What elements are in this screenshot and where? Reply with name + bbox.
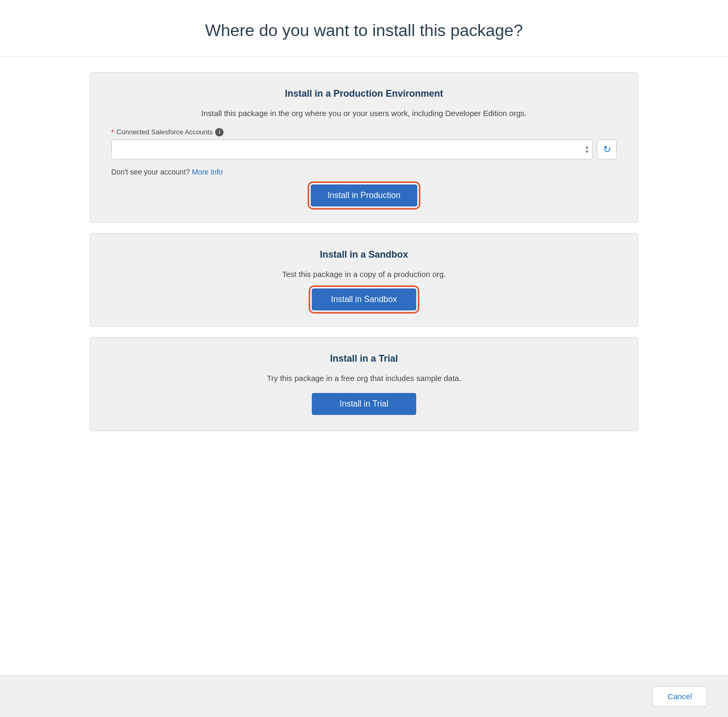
production-card: Install in a Production Environment Inst… bbox=[90, 72, 638, 223]
footer-bar: Cancel bbox=[0, 675, 728, 717]
info-icon[interactable]: i bbox=[215, 128, 224, 136]
more-info-link[interactable]: More Info bbox=[192, 168, 222, 176]
trial-card: Install in a Trial Try this package in a… bbox=[90, 337, 638, 431]
trial-card-description: Try this package in a free org that incl… bbox=[267, 373, 461, 385]
page-wrapper: Where do you want to install this packag… bbox=[0, 0, 728, 717]
select-arrows-icon: ▲ ▼ bbox=[585, 145, 589, 154]
sandbox-card-description: Test this package in a copy of a product… bbox=[282, 269, 446, 281]
page-title: Where do you want to install this packag… bbox=[0, 0, 728, 56]
refresh-icon: ↻ bbox=[603, 144, 611, 155]
accounts-select[interactable]: ▲ ▼ bbox=[111, 140, 593, 159]
install-sandbox-button[interactable]: Install in Sandbox bbox=[312, 288, 416, 310]
sandbox-card-title: Install in a Sandbox bbox=[320, 249, 408, 260]
production-card-description: Install this package in the org where yo… bbox=[202, 108, 527, 120]
production-card-title: Install in a Production Environment bbox=[285, 88, 443, 99]
trial-card-title: Install in a Trial bbox=[330, 353, 398, 364]
select-row: ▲ ▼ ↻ bbox=[111, 140, 617, 159]
install-trial-button[interactable]: Install in Trial bbox=[312, 393, 416, 415]
refresh-button[interactable]: ↻ bbox=[597, 140, 617, 159]
dont-see-text: Don't see your account? More Info bbox=[111, 168, 223, 176]
sandbox-card: Install in a Sandbox Test this package i… bbox=[90, 233, 638, 327]
cancel-button[interactable]: Cancel bbox=[652, 686, 707, 707]
accounts-label-text: Connected Salesforce Accounts bbox=[116, 128, 213, 136]
main-content: Install in a Production Environment Inst… bbox=[79, 56, 649, 675]
accounts-field-label: * Connected Salesforce Accounts i bbox=[111, 128, 617, 136]
accounts-field-section: * Connected Salesforce Accounts i ▲ ▼ ↻ bbox=[111, 128, 617, 159]
install-production-button[interactable]: Install in Production bbox=[311, 184, 417, 206]
required-star: * bbox=[111, 128, 114, 136]
